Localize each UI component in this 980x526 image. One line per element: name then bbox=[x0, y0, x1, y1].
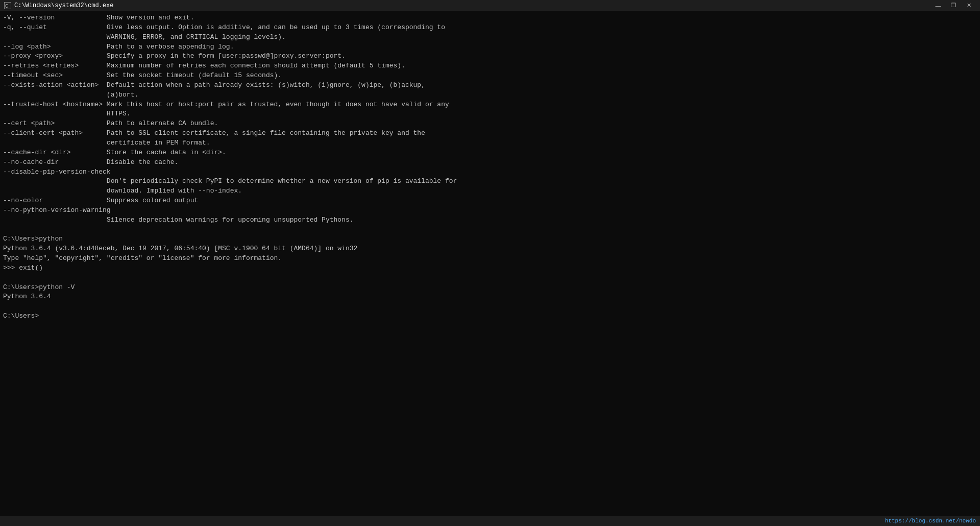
close-button[interactable]: ✕ bbox=[962, 1, 976, 11]
minimize-button[interactable]: — bbox=[931, 1, 945, 11]
status-bar: https://blog.csdn.net/nowdo bbox=[0, 516, 980, 526]
window-title: C:\Windows\system32\cmd.exe bbox=[14, 2, 113, 9]
svg-text:C: C bbox=[5, 4, 8, 9]
title-bar-left: C C:\Windows\system32\cmd.exe bbox=[4, 2, 113, 9]
cmd-icon: C bbox=[4, 2, 11, 9]
title-bar: C C:\Windows\system32\cmd.exe — ❐ ✕ bbox=[0, 0, 980, 11]
terminal-content: -V, --version Show version and exit. -q,… bbox=[0, 11, 980, 516]
status-url: https://blog.csdn.net/nowdo bbox=[885, 518, 976, 524]
restore-button[interactable]: ❐ bbox=[946, 1, 961, 11]
window-controls: — ❐ ✕ bbox=[931, 1, 976, 11]
